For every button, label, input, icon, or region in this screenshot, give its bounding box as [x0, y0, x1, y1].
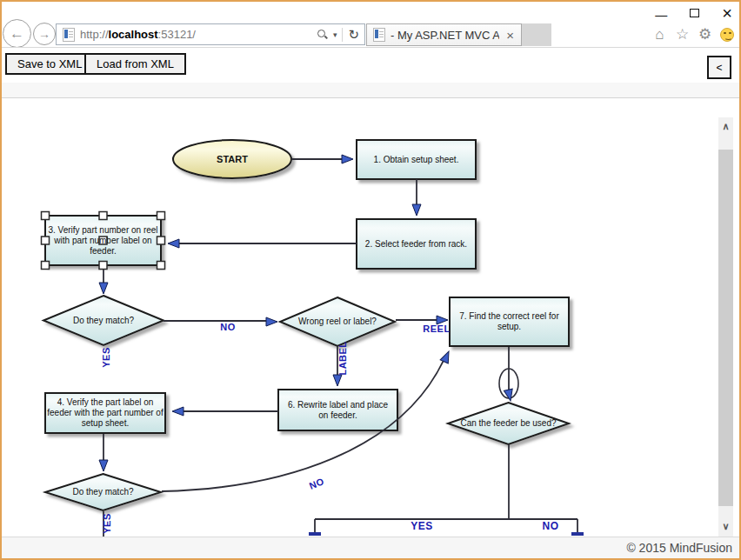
maximize-button[interactable] — [690, 9, 699, 17]
refresh-icon[interactable]: ↻ — [348, 27, 359, 43]
page-icon — [63, 28, 75, 42]
flowchart-svg — [2, 98, 739, 537]
diamond-do-they-match-1 — [43, 296, 164, 345]
back-icon: ← — [10, 25, 24, 43]
node-4-box — [45, 393, 165, 433]
node-6-box — [278, 390, 397, 430]
title-bar: — × — [2, 2, 739, 23]
tab-page-icon — [373, 28, 385, 42]
back-button[interactable]: ← — [3, 19, 31, 48]
node-2-box — [357, 219, 476, 269]
vertical-scrollbar[interactable]: ∧ ∨ — [718, 117, 733, 537]
page-footer: © 2015 MindFusion — [2, 537, 739, 558]
forward-button[interactable]: → — [33, 23, 56, 45]
save-to-xml-button[interactable]: Save to XML — [5, 53, 94, 75]
diamond-wrong-reel-or-label — [280, 297, 395, 346]
browser-window: — × ← → http://localhost:53121/ ▾ ↻ - My… — [0, 0, 741, 560]
search-icon[interactable] — [317, 29, 328, 40]
url-scheme: http:// — [80, 28, 109, 41]
url-host: localhost — [109, 28, 158, 41]
collapse-panel-button[interactable]: < — [707, 56, 731, 79]
home-icon[interactable]: ⌂ — [652, 26, 667, 43]
address-divider — [342, 28, 343, 42]
copyright-text: © 2015 MindFusion — [626, 541, 732, 555]
tab-aspnet-app[interactable]: - My ASP.NET MVC Applica... × — [366, 23, 522, 46]
url-text[interactable]: http://localhost:53121/ — [80, 28, 317, 41]
gear-icon[interactable]: ⚙ — [698, 25, 712, 43]
diamond-can-feeder-be-used — [448, 403, 569, 444]
diamond-do-they-match-2 — [45, 474, 161, 510]
tab-title: - My ASP.NET MVC Applica... — [391, 29, 499, 42]
close-button[interactable]: × — [722, 5, 732, 21]
navbar-separator — [2, 47, 739, 48]
forward-icon: → — [38, 27, 50, 41]
new-tab-button[interactable] — [522, 23, 551, 46]
scroll-up-icon[interactable]: ∧ — [718, 119, 733, 133]
node-start — [173, 140, 291, 178]
url-path: :53121/ — [158, 28, 196, 41]
address-bar[interactable]: http://localhost:53121/ ▾ ↻ — [56, 23, 365, 45]
page-header-strip — [2, 83, 739, 98]
diagram-canvas[interactable]: START 1. Obtain setup sheet. 2. Select f… — [2, 98, 739, 537]
tab-close-icon[interactable]: × — [499, 28, 521, 43]
load-from-xml-button[interactable]: Load from XML — [84, 53, 186, 75]
chevron-down-icon[interactable]: ▾ — [333, 30, 337, 39]
scrollbar-thumb[interactable] — [718, 150, 733, 506]
scroll-down-icon[interactable]: ∨ — [718, 519, 733, 533]
node-7-box — [450, 297, 569, 346]
node-1-box — [357, 140, 476, 179]
minimize-button[interactable]: — — [655, 10, 667, 19]
connector-end-caps — [309, 532, 584, 536]
favorites-star-icon[interactable]: ☆ — [675, 25, 690, 43]
feedback-smiley-icon[interactable] — [720, 28, 734, 42]
connectors — [103, 159, 577, 537]
